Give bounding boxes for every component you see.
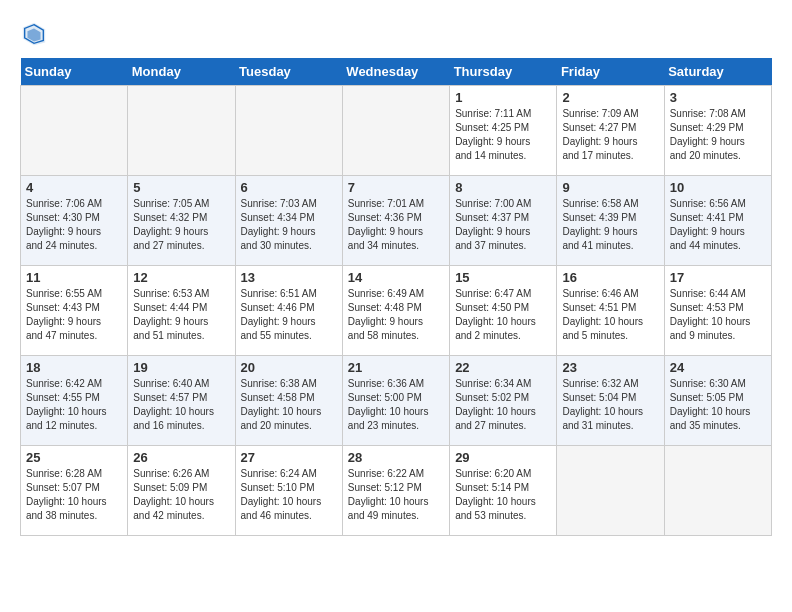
day-info: Sunrise: 6:56 AM Sunset: 4:41 PM Dayligh… <box>670 197 766 253</box>
day-number: 14 <box>348 270 444 285</box>
logo-icon <box>20 20 48 48</box>
calendar-cell: 25Sunrise: 6:28 AM Sunset: 5:07 PM Dayli… <box>21 446 128 536</box>
day-info: Sunrise: 6:38 AM Sunset: 4:58 PM Dayligh… <box>241 377 337 433</box>
weekday-header-wednesday: Wednesday <box>342 58 449 86</box>
day-info: Sunrise: 6:47 AM Sunset: 4:50 PM Dayligh… <box>455 287 551 343</box>
day-number: 27 <box>241 450 337 465</box>
day-info: Sunrise: 6:53 AM Sunset: 4:44 PM Dayligh… <box>133 287 229 343</box>
day-number: 23 <box>562 360 658 375</box>
calendar-cell: 23Sunrise: 6:32 AM Sunset: 5:04 PM Dayli… <box>557 356 664 446</box>
weekday-header-thursday: Thursday <box>450 58 557 86</box>
day-info: Sunrise: 7:03 AM Sunset: 4:34 PM Dayligh… <box>241 197 337 253</box>
day-number: 12 <box>133 270 229 285</box>
calendar-cell <box>21 86 128 176</box>
day-info: Sunrise: 7:00 AM Sunset: 4:37 PM Dayligh… <box>455 197 551 253</box>
calendar-cell: 5Sunrise: 7:05 AM Sunset: 4:32 PM Daylig… <box>128 176 235 266</box>
day-number: 3 <box>670 90 766 105</box>
day-info: Sunrise: 6:20 AM Sunset: 5:14 PM Dayligh… <box>455 467 551 523</box>
day-number: 18 <box>26 360 122 375</box>
day-info: Sunrise: 7:01 AM Sunset: 4:36 PM Dayligh… <box>348 197 444 253</box>
calendar-cell: 6Sunrise: 7:03 AM Sunset: 4:34 PM Daylig… <box>235 176 342 266</box>
calendar-cell: 2Sunrise: 7:09 AM Sunset: 4:27 PM Daylig… <box>557 86 664 176</box>
day-number: 9 <box>562 180 658 195</box>
calendar-cell: 29Sunrise: 6:20 AM Sunset: 5:14 PM Dayli… <box>450 446 557 536</box>
calendar-table: SundayMondayTuesdayWednesdayThursdayFrid… <box>20 58 772 536</box>
day-info: Sunrise: 6:26 AM Sunset: 5:09 PM Dayligh… <box>133 467 229 523</box>
day-info: Sunrise: 6:40 AM Sunset: 4:57 PM Dayligh… <box>133 377 229 433</box>
day-number: 25 <box>26 450 122 465</box>
page-header <box>20 20 772 48</box>
calendar-cell: 12Sunrise: 6:53 AM Sunset: 4:44 PM Dayli… <box>128 266 235 356</box>
day-number: 10 <box>670 180 766 195</box>
calendar-cell: 18Sunrise: 6:42 AM Sunset: 4:55 PM Dayli… <box>21 356 128 446</box>
day-number: 7 <box>348 180 444 195</box>
day-info: Sunrise: 7:09 AM Sunset: 4:27 PM Dayligh… <box>562 107 658 163</box>
day-info: Sunrise: 6:24 AM Sunset: 5:10 PM Dayligh… <box>241 467 337 523</box>
day-info: Sunrise: 6:51 AM Sunset: 4:46 PM Dayligh… <box>241 287 337 343</box>
calendar-cell: 7Sunrise: 7:01 AM Sunset: 4:36 PM Daylig… <box>342 176 449 266</box>
calendar-cell <box>235 86 342 176</box>
day-info: Sunrise: 6:28 AM Sunset: 5:07 PM Dayligh… <box>26 467 122 523</box>
day-number: 11 <box>26 270 122 285</box>
day-number: 22 <box>455 360 551 375</box>
day-number: 20 <box>241 360 337 375</box>
day-number: 15 <box>455 270 551 285</box>
calendar-cell: 15Sunrise: 6:47 AM Sunset: 4:50 PM Dayli… <box>450 266 557 356</box>
calendar-cell: 13Sunrise: 6:51 AM Sunset: 4:46 PM Dayli… <box>235 266 342 356</box>
calendar-cell <box>557 446 664 536</box>
calendar-week-1: 1Sunrise: 7:11 AM Sunset: 4:25 PM Daylig… <box>21 86 772 176</box>
day-info: Sunrise: 6:46 AM Sunset: 4:51 PM Dayligh… <box>562 287 658 343</box>
day-info: Sunrise: 6:55 AM Sunset: 4:43 PM Dayligh… <box>26 287 122 343</box>
day-number: 19 <box>133 360 229 375</box>
calendar-cell: 22Sunrise: 6:34 AM Sunset: 5:02 PM Dayli… <box>450 356 557 446</box>
day-number: 26 <box>133 450 229 465</box>
weekday-header-monday: Monday <box>128 58 235 86</box>
day-number: 29 <box>455 450 551 465</box>
calendar-cell: 19Sunrise: 6:40 AM Sunset: 4:57 PM Dayli… <box>128 356 235 446</box>
calendar-cell <box>664 446 771 536</box>
calendar-cell: 8Sunrise: 7:00 AM Sunset: 4:37 PM Daylig… <box>450 176 557 266</box>
day-info: Sunrise: 7:11 AM Sunset: 4:25 PM Dayligh… <box>455 107 551 163</box>
weekday-header-tuesday: Tuesday <box>235 58 342 86</box>
day-number: 8 <box>455 180 551 195</box>
calendar-week-5: 25Sunrise: 6:28 AM Sunset: 5:07 PM Dayli… <box>21 446 772 536</box>
weekday-header-sunday: Sunday <box>21 58 128 86</box>
day-number: 1 <box>455 90 551 105</box>
calendar-cell: 14Sunrise: 6:49 AM Sunset: 4:48 PM Dayli… <box>342 266 449 356</box>
calendar-cell: 24Sunrise: 6:30 AM Sunset: 5:05 PM Dayli… <box>664 356 771 446</box>
calendar-cell: 17Sunrise: 6:44 AM Sunset: 4:53 PM Dayli… <box>664 266 771 356</box>
day-info: Sunrise: 6:58 AM Sunset: 4:39 PM Dayligh… <box>562 197 658 253</box>
header-row: SundayMondayTuesdayWednesdayThursdayFrid… <box>21 58 772 86</box>
calendar-cell: 28Sunrise: 6:22 AM Sunset: 5:12 PM Dayli… <box>342 446 449 536</box>
calendar-cell: 21Sunrise: 6:36 AM Sunset: 5:00 PM Dayli… <box>342 356 449 446</box>
day-number: 21 <box>348 360 444 375</box>
calendar-cell <box>128 86 235 176</box>
calendar-cell: 16Sunrise: 6:46 AM Sunset: 4:51 PM Dayli… <box>557 266 664 356</box>
calendar-cell: 27Sunrise: 6:24 AM Sunset: 5:10 PM Dayli… <box>235 446 342 536</box>
calendar-cell: 1Sunrise: 7:11 AM Sunset: 4:25 PM Daylig… <box>450 86 557 176</box>
day-info: Sunrise: 6:49 AM Sunset: 4:48 PM Dayligh… <box>348 287 444 343</box>
day-info: Sunrise: 6:44 AM Sunset: 4:53 PM Dayligh… <box>670 287 766 343</box>
calendar-cell: 20Sunrise: 6:38 AM Sunset: 4:58 PM Dayli… <box>235 356 342 446</box>
calendar-cell: 3Sunrise: 7:08 AM Sunset: 4:29 PM Daylig… <box>664 86 771 176</box>
calendar-week-3: 11Sunrise: 6:55 AM Sunset: 4:43 PM Dayli… <box>21 266 772 356</box>
calendar-week-4: 18Sunrise: 6:42 AM Sunset: 4:55 PM Dayli… <box>21 356 772 446</box>
day-info: Sunrise: 6:22 AM Sunset: 5:12 PM Dayligh… <box>348 467 444 523</box>
day-number: 6 <box>241 180 337 195</box>
day-info: Sunrise: 6:42 AM Sunset: 4:55 PM Dayligh… <box>26 377 122 433</box>
calendar-cell: 11Sunrise: 6:55 AM Sunset: 4:43 PM Dayli… <box>21 266 128 356</box>
day-info: Sunrise: 6:30 AM Sunset: 5:05 PM Dayligh… <box>670 377 766 433</box>
day-number: 16 <box>562 270 658 285</box>
day-number: 4 <box>26 180 122 195</box>
day-number: 13 <box>241 270 337 285</box>
day-number: 5 <box>133 180 229 195</box>
calendar-cell: 10Sunrise: 6:56 AM Sunset: 4:41 PM Dayli… <box>664 176 771 266</box>
day-info: Sunrise: 7:05 AM Sunset: 4:32 PM Dayligh… <box>133 197 229 253</box>
day-number: 24 <box>670 360 766 375</box>
day-number: 28 <box>348 450 444 465</box>
day-number: 2 <box>562 90 658 105</box>
day-info: Sunrise: 7:08 AM Sunset: 4:29 PM Dayligh… <box>670 107 766 163</box>
day-info: Sunrise: 6:34 AM Sunset: 5:02 PM Dayligh… <box>455 377 551 433</box>
day-number: 17 <box>670 270 766 285</box>
calendar-week-2: 4Sunrise: 7:06 AM Sunset: 4:30 PM Daylig… <box>21 176 772 266</box>
